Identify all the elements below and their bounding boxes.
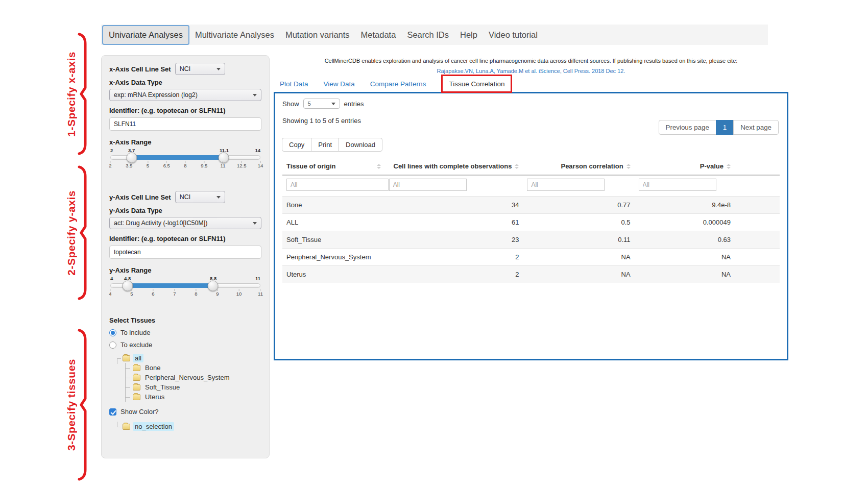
subtab-view-data[interactable]: View Data (324, 80, 355, 88)
column-header-p-value[interactable]: P-value (635, 158, 780, 175)
red-highlight-box: Tissue Correlation (441, 75, 512, 93)
slider-value-label: 14 (255, 148, 260, 153)
tree-node-peripheral-nervous-system-row: Peripheral_Nervous_System (126, 373, 261, 382)
slider-track[interactable] (110, 283, 260, 288)
slider-tick: 6.5 (163, 161, 170, 168)
column-filter-cell (385, 175, 523, 197)
y-data-type-value: act: Drug Activity (-log10[IC50M]) (114, 219, 207, 227)
chevron-down-icon (331, 103, 335, 105)
nav-tab-multivariate-analyses[interactable]: Multivariate Analyses (189, 26, 280, 44)
x-data-type-select[interactable]: exp: mRNA Expression (log2) (109, 89, 261, 101)
column-header-tissue-of-origin[interactable]: Tissue of origin (282, 158, 385, 175)
y-identifier-input[interactable] (109, 246, 261, 259)
exclude-radio-row[interactable]: To exclude (109, 341, 261, 349)
column-filter-input-p-value[interactable] (639, 179, 716, 191)
select-tissues-title: Select Tissues (109, 316, 261, 324)
export-button-group: CopyPrintDownload (282, 138, 382, 152)
x-identifier-input[interactable] (109, 117, 261, 131)
tree-node-no-selection-label[interactable]: no_selection (133, 422, 174, 431)
cell-tissue-of-origin: Uterus (282, 266, 385, 283)
column-header-pearson-correlation[interactable]: Pearson correlation (523, 158, 634, 175)
column-filter-input-pearson-correlation[interactable] (527, 179, 605, 191)
table-row[interactable]: Soft_Tissue230.110.63 (282, 231, 780, 249)
slider-tick-label: 6.5 (163, 163, 170, 168)
show-color-row[interactable]: Show Color? (109, 408, 261, 416)
previous-page-button[interactable]: Previous page (659, 120, 716, 135)
y-cell-line-set-select[interactable]: NCI (175, 191, 225, 203)
annotation-brace (78, 329, 88, 481)
analysis-subtabs: Plot DataView DataCompare PatternsTissue… (280, 75, 512, 93)
spacer (109, 169, 261, 191)
subtab-tissue-correlation[interactable]: Tissue Correlation (449, 80, 504, 88)
nav-tab-help[interactable]: Help (454, 26, 483, 44)
page-size-value: 5 (308, 101, 311, 107)
table-row[interactable]: Bone340.779.4e-8 (282, 197, 780, 214)
tree-node-bone-label[interactable]: Bone (143, 363, 162, 372)
sort-icon[interactable] (727, 164, 731, 169)
show-color-checkbox[interactable] (109, 408, 116, 416)
tree-node-peripheral-nervous-system-label[interactable]: Peripheral_Nervous_System (143, 373, 231, 382)
sort-icon[interactable] (515, 164, 519, 169)
nav-tab-search-ids[interactable]: Search IDs (401, 26, 454, 44)
table-row[interactable]: Uterus2NANA (282, 266, 780, 283)
sort-icon[interactable] (626, 164, 631, 169)
x-data-type-value: exp: mRNA Expression (log2) (114, 91, 198, 99)
cell-pearson-correlation: NA (523, 266, 634, 283)
column-filter-input-tissue-of-origin[interactable] (286, 179, 389, 191)
slider-tick-label: 9.5 (201, 163, 207, 168)
tree-node-uterus-label[interactable]: Uterus (143, 393, 166, 401)
copy-button[interactable]: Copy (282, 138, 311, 152)
tree-connector (126, 363, 132, 373)
slider-tick: 9.5 (201, 161, 207, 168)
table-row[interactable]: Peripheral_Nervous_System2NANA (282, 249, 780, 266)
slider-tick-label: 2 (109, 163, 111, 168)
slider-value-labels: 44.88.811 (110, 276, 260, 282)
y-data-type-select[interactable]: act: Drug Activity (-log10[IC50M]) (109, 217, 261, 229)
include-radio[interactable] (109, 329, 116, 336)
slider-tick: 5 (147, 161, 149, 168)
nav-tab-video-tutorial[interactable]: Video tutorial (483, 26, 543, 44)
x-range-label: x-Axis Range (109, 138, 261, 146)
tree-node-all-label[interactable]: all (133, 354, 143, 362)
print-button[interactable]: Print (311, 138, 339, 152)
x-cell-line-set-label: x-Axis Cell Line Set (109, 65, 171, 73)
tree-node-soft-tissue-label[interactable]: Soft_Tissue (143, 383, 182, 392)
column-header-cell-lines-with-complete-observations[interactable]: Cell lines with complete observations (385, 158, 523, 175)
tree-connector (113, 422, 122, 431)
nav-tab-mutation-variants[interactable]: Mutation variants (280, 26, 355, 44)
exclude-radio[interactable] (109, 341, 116, 349)
cell-tissue-of-origin: Soft_Tissue (282, 231, 385, 249)
subtab-plot-data[interactable]: Plot Data (280, 80, 308, 88)
subtab-compare-patterns[interactable]: Compare Patterns (370, 80, 426, 88)
next-page-button[interactable]: Next page (733, 120, 779, 135)
x-cell-line-set-value: NCI (180, 65, 191, 72)
x-range-slider[interactable]: 23.711.11423.556.589.51112.514 (110, 148, 260, 169)
citation-link[interactable]: Rajapakse.VN, Luna.A, Yamade.M et al. iS… (437, 68, 625, 74)
sort-icon[interactable] (377, 164, 381, 169)
y-range-slider[interactable]: 44.88.8114567891011 (110, 276, 260, 298)
folder-icon (123, 355, 130, 361)
nav-tab-univariate-analyses[interactable]: Univariate Analyses (102, 25, 189, 45)
slider-tick: 14 (258, 161, 263, 168)
slider-tick: 6 (152, 289, 154, 297)
slider-tick: 8 (184, 161, 186, 168)
nav-tab-metadata[interactable]: Metadata (355, 26, 402, 44)
column-filter-cell (523, 175, 634, 197)
spacer (109, 298, 261, 313)
chevron-down-icon (253, 222, 257, 225)
download-button[interactable]: Download (339, 138, 382, 152)
cell-cell-lines-with-complete-observations: 34 (385, 197, 523, 214)
include-radio-row[interactable]: To include (109, 329, 261, 336)
citation-text: CellMinerCDB enables exploration and ana… (274, 56, 788, 66)
include-radio-label: To include (120, 329, 151, 336)
current-page-button[interactable]: 1 (716, 120, 734, 135)
tree-node-bone-row: Bone (126, 363, 261, 373)
pagination: Previous page1Next page (659, 120, 779, 135)
table-row[interactable]: ALL610.50.000049 (282, 214, 780, 231)
tissue-tree: allBonePeripheral_Nervous_SystemSoft_Tis… (113, 353, 261, 402)
x-cell-line-set-select[interactable]: NCI (175, 63, 225, 75)
slider-selection (128, 283, 213, 288)
slider-track[interactable] (110, 155, 260, 160)
column-filter-input-cell-lines-with-complete-observations[interactable] (389, 179, 467, 191)
page-size-select[interactable]: 5 (303, 99, 340, 109)
